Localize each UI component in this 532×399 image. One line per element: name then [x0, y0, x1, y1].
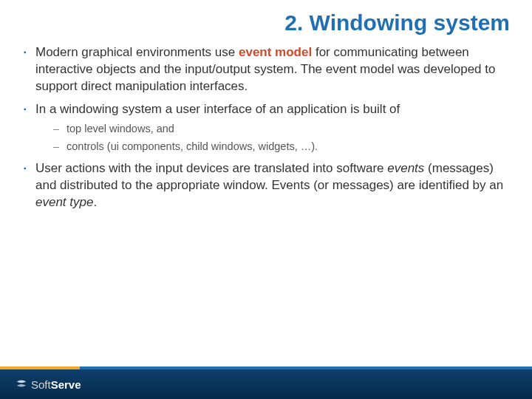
bullet-item: User actions with the input devices are …	[22, 160, 510, 211]
slide-footer: SoftServe	[0, 366, 532, 399]
brand-icon	[15, 378, 28, 391]
text: Modern graphical environments use	[35, 45, 239, 59]
text: In a windowing system a user interface o…	[35, 102, 400, 116]
sub-bullet-item: top level windows, and	[53, 121, 510, 137]
italic-text: event type	[35, 195, 93, 209]
brand-logo: SoftServe	[15, 378, 81, 391]
italic-text: events	[387, 161, 424, 175]
sub-bullet-item: controls (ui components, child windows, …	[53, 139, 510, 155]
footer-bar: SoftServe	[0, 369, 532, 399]
slide-title: 2. Windowing system	[0, 0, 532, 40]
slide: 2. Windowing system Modern graphical env…	[0, 0, 532, 399]
text: User actions with the input devices are …	[35, 161, 387, 175]
brand-text-soft: Soft	[31, 378, 51, 391]
bullet-item: In a windowing system a user interface o…	[22, 101, 510, 154]
sub-bullet-list: top level windows, and controls (ui comp…	[35, 121, 510, 155]
bullet-item: Modern graphical environments use event …	[22, 44, 510, 95]
bullet-list: Modern graphical environments use event …	[22, 44, 510, 211]
brand-text-serve: Serve	[51, 378, 81, 391]
highlight-text: event model	[239, 45, 312, 59]
text: .	[93, 195, 97, 209]
slide-content: Modern graphical environments use event …	[0, 40, 532, 211]
